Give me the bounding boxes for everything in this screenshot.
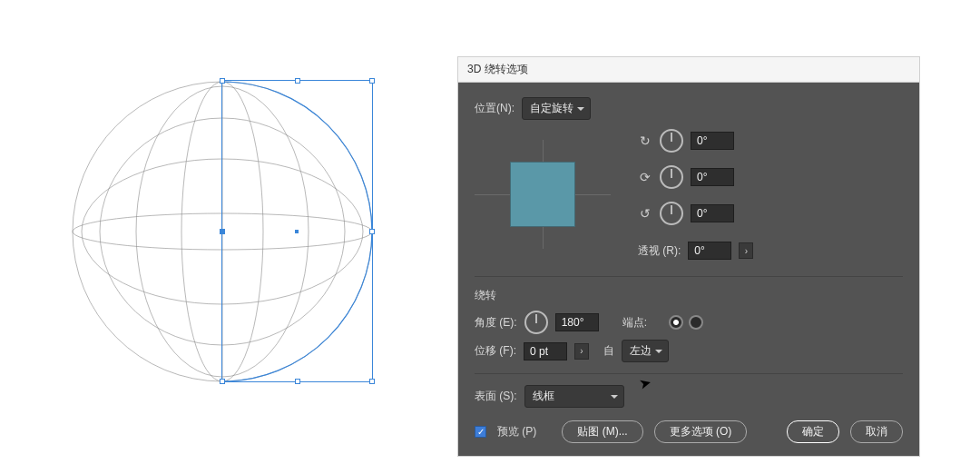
preview-checkbox[interactable]: ✓ [475,426,486,438]
surface-select[interactable]: 线框 [524,385,624,408]
revolve-section-title: 绕转 [475,288,903,303]
canvas-artwork [64,54,408,400]
rotate-y-input[interactable]: 0° [691,168,734,186]
rotate-z-input[interactable]: 0° [691,204,734,222]
angle-label: 角度 (E): [475,315,517,331]
rotate-x-input[interactable]: 0° [691,132,734,150]
endpoint-option-b[interactable] [689,315,703,330]
rotate-x-icon: ↻ [638,134,652,147]
offset-from-select[interactable]: 左边 [622,340,669,362]
endpoint-label: 端点: [622,315,647,331]
rotate-z-icon: ↺ [638,207,652,220]
rotate-x-dial[interactable] [660,129,683,153]
position-select[interactable]: 自定旋转 [522,97,591,120]
ok-button[interactable]: 确定 [787,420,839,443]
position-label: 位置(N): [475,101,514,116]
offset-from-label: 自 [603,343,614,359]
separator [475,373,903,374]
offset-label: 位移 (F): [475,343,516,359]
position-value: 自定旋转 [530,101,573,116]
rotate-y-dial[interactable] [660,165,683,189]
rotate-y-icon: ⟳ [638,171,652,183]
dialog-3d-revolve-options: 3D 绕转选项 位置(N): 自定旋转 ↻ 0° ⟳ 0° [457,56,920,457]
perspective-label: 透视 (R): [638,243,681,259]
angle-input[interactable]: 180° [555,313,599,331]
rotate-z-dial[interactable] [660,202,683,225]
perspective-step-button[interactable]: › [739,242,753,259]
endpoint-option-a[interactable] [669,315,683,330]
separator [475,276,903,277]
offset-from-value: 左边 [630,343,652,359]
offset-input[interactable]: 0 pt [524,342,567,360]
cancel-button[interactable]: 取消 [850,420,903,443]
surface-label: 表面 (S): [475,389,517,404]
map-art-button[interactable]: 贴图 (M)... [562,420,642,443]
surface-value: 线框 [533,389,554,404]
cube-front-face [510,162,575,227]
offset-step-button[interactable]: › [574,343,589,360]
dialog-title: 3D 绕转选项 [458,57,919,83]
angle-dial[interactable] [524,311,548,334]
more-options-button[interactable]: 更多选项 (O) [654,420,748,443]
rotation-cube-preview[interactable] [475,140,611,249]
wireframe-sphere [64,54,408,400]
preview-label[interactable]: 预览 (P) [497,424,536,439]
perspective-input[interactable]: 0° [688,242,731,260]
